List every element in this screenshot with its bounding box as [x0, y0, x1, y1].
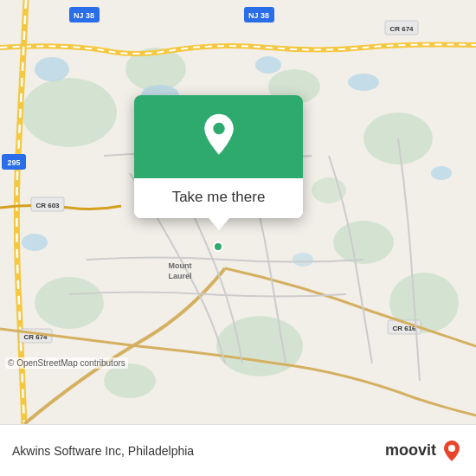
map-container: NJ 38 NJ 38 295 CR 603 CR 674 CR 674 CR …	[0, 0, 476, 424]
bottom-bar: Akwins Software Inc, Philadelphia moovit	[0, 424, 476, 476]
svg-point-15	[348, 74, 379, 91]
svg-point-17	[431, 166, 452, 180]
take-me-there-button[interactable]: Take me there	[172, 189, 266, 206]
svg-point-36	[213, 123, 224, 134]
svg-text:NJ 38: NJ 38	[248, 11, 269, 20]
popup-label-area[interactable]: Take me there	[134, 178, 303, 218]
moovit-icon	[440, 439, 464, 463]
svg-text:CR 674: CR 674	[389, 25, 414, 33]
svg-point-16	[22, 234, 48, 251]
svg-point-14	[255, 56, 281, 74]
svg-point-7	[216, 316, 303, 376]
svg-point-5	[333, 221, 394, 264]
moovit-logo: moovit	[385, 439, 464, 463]
svg-text:Laurel: Laurel	[168, 272, 191, 280]
popup-green-area	[134, 95, 303, 178]
location-pin-icon	[196, 113, 241, 158]
svg-point-12	[35, 57, 69, 81]
svg-point-18	[293, 253, 313, 267]
osm-credit: © OpenStreetMap contributors	[5, 357, 128, 369]
svg-point-8	[35, 277, 104, 329]
svg-point-11	[312, 177, 346, 203]
moovit-brand-text: moovit	[385, 441, 436, 460]
svg-point-9	[104, 363, 156, 398]
svg-point-35	[214, 242, 222, 251]
popup-card: Take me there	[134, 95, 303, 218]
svg-point-37	[448, 445, 455, 452]
svg-text:CR 603: CR 603	[35, 202, 60, 209]
svg-point-1	[22, 78, 117, 147]
svg-text:NJ 38: NJ 38	[74, 11, 94, 20]
location-title: Akwins Software Inc, Philadelphia	[12, 444, 194, 458]
svg-text:295: 295	[7, 158, 20, 167]
svg-text:Mount: Mount	[169, 261, 192, 270]
